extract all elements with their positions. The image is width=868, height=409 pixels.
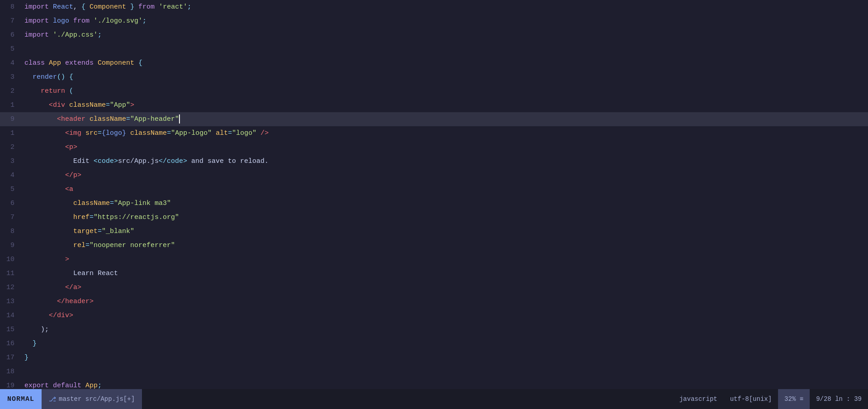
line-content: </div> [21, 309, 868, 323]
token-kw-from: from [73, 17, 90, 25]
token-kw-from: from [138, 3, 155, 11]
code-line: 4class App extends Component { [0, 56, 868, 70]
token-kw-import: import [24, 3, 53, 11]
code-line: 16 } [0, 337, 868, 351]
line-number: 9 [0, 242, 21, 249]
line-number: 15 [0, 326, 21, 333]
line-number: 18 [0, 368, 21, 376]
line-content: rel="noopener noreferrer" [21, 238, 868, 252]
line-number: 2 [0, 87, 21, 95]
git-file: src/App.js[+] [81, 395, 135, 403]
token-attr-value: "App-logo" [171, 129, 212, 137]
token-attr-name: alt [216, 129, 228, 137]
token-text-content [69, 17, 73, 25]
token-text-content [212, 129, 216, 137]
token-text-content [65, 101, 69, 109]
token-punctuation: } [126, 3, 138, 11]
token-operator: = [228, 129, 232, 137]
token-kw-export: export [24, 382, 53, 389]
line-content: className="App-link ma3" [21, 196, 868, 210]
line-content: > [21, 252, 868, 266]
line-content: <header className="App-header" [21, 112, 868, 126]
token-string-path: './App.css' [53, 31, 98, 39]
line-number: 5 [0, 45, 21, 53]
token-text-content [85, 115, 90, 123]
line-content: render() { [21, 70, 868, 84]
line-content: ); [21, 323, 868, 337]
line-content: export default App; [21, 379, 868, 389]
line-content: Edit <code>src/App.js</code> and save to… [21, 154, 868, 168]
token-tag: <img [65, 129, 81, 137]
code-line: 3 Edit <code>src/App.js</code> and save … [0, 154, 868, 168]
token-identifier: React [53, 3, 73, 11]
token-kw-return: return [24, 87, 65, 95]
token-text-content [126, 129, 130, 137]
line-content: import './App.css'; [21, 28, 868, 42]
line-number: 1 [0, 129, 21, 137]
line-number: 8 [0, 3, 21, 11]
line-number: 14 [0, 312, 21, 319]
code-line: 18 [0, 365, 868, 379]
token-text-content [81, 129, 85, 137]
token-attr-value: "https://reactjs.org" [94, 214, 179, 221]
token-operator: = [98, 228, 102, 235]
line-number: 4 [0, 59, 21, 67]
token-text-content [24, 143, 65, 151]
line-content: <a [21, 182, 868, 196]
token-text-content [24, 171, 65, 179]
line-content: Learn React [21, 266, 868, 281]
token-class-name: App [85, 382, 98, 389]
line-number: 6 [0, 31, 21, 39]
token-text-content [24, 284, 65, 291]
code-line: 19export default App; [0, 379, 868, 389]
statusbar: NORMAL ⎇ master src/App.js[+] javascript… [0, 389, 868, 409]
token-text-content [90, 17, 94, 25]
status-percent: 32% ≡ [778, 389, 810, 409]
token-tag: /> [260, 129, 269, 137]
token-class-name: App [49, 59, 65, 67]
line-number: 7 [0, 214, 21, 221]
line-content: </a> [21, 281, 868, 295]
token-code-tag: </code> [159, 157, 187, 165]
line-content: <img src={logo} className="App-logo" alt… [21, 126, 868, 140]
token-operator: = [106, 101, 110, 109]
code-line: 7 href="https://reactjs.org" [0, 210, 868, 224]
token-operator: = [110, 200, 114, 207]
code-line: 2 return ( [0, 84, 868, 98]
line-content: return ( [21, 84, 868, 98]
token-attr-value: "App-header" [130, 115, 179, 123]
code-line: 9 rel="noopener noreferrer" [0, 238, 868, 252]
token-tag: </a> [65, 284, 81, 291]
line-content: <div className="App"> [21, 98, 868, 112]
code-editor[interactable]: 8import React, { Component } from 'react… [0, 0, 868, 389]
token-attr-value: "_blank" [102, 228, 134, 235]
code-line: 3 render() { [0, 70, 868, 84]
code-line: 11 Learn React [0, 266, 868, 281]
line-number: 4 [0, 171, 21, 179]
token-string: 'react' [159, 3, 187, 11]
line-number: 10 [0, 256, 21, 263]
token-text-content [24, 200, 73, 207]
token-text-content [24, 101, 49, 109]
token-operator: = [98, 129, 102, 137]
line-content: </p> [21, 168, 868, 182]
token-attr-name: target [73, 228, 98, 235]
code-line: 2 <p> [0, 140, 868, 154]
line-content: } [21, 337, 868, 351]
line-number: 13 [0, 298, 21, 305]
token-text-content: , [73, 3, 81, 11]
token-text-content [24, 115, 57, 123]
token-kw-extends: extends [65, 59, 98, 67]
status-encoding: utf-8[unix] [724, 389, 778, 409]
token-text-content: and save to reload. [187, 157, 269, 165]
code-line: 12 </a> [0, 281, 868, 295]
token-attr-value: "App-link ma3" [114, 200, 171, 207]
line-number: 5 [0, 185, 21, 193]
line-number: 3 [0, 73, 21, 81]
token-punctuation: { [81, 3, 90, 11]
token-punctuation: ( [65, 87, 73, 95]
token-bracket: } [24, 340, 37, 347]
code-line: 1 <img src={logo} className="App-logo" a… [0, 126, 868, 140]
token-bracket: { [138, 59, 142, 67]
status-git: ⎇ master src/App.js[+] [42, 389, 142, 409]
